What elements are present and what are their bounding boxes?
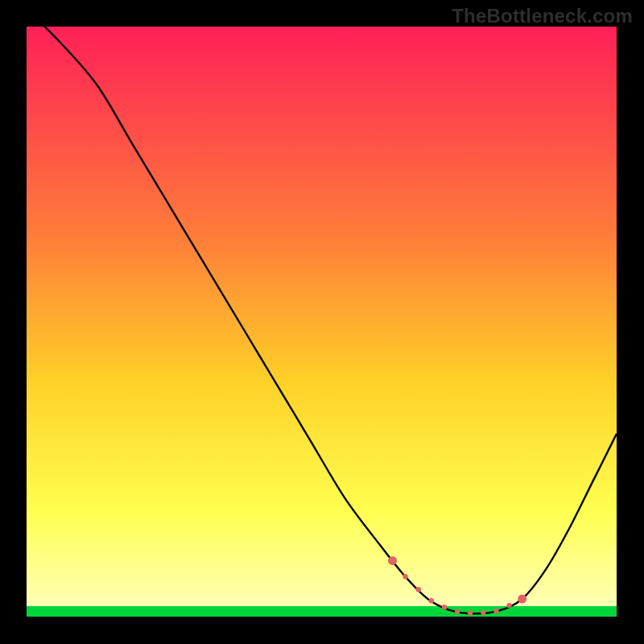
optimal-marker-dot <box>455 609 460 613</box>
optimal-marker-dot <box>506 603 511 608</box>
optimal-marker-dot <box>388 556 397 565</box>
optimal-marker-dot <box>493 609 498 613</box>
optimal-marker-dot <box>416 587 421 592</box>
optimal-marker-dot <box>468 610 473 615</box>
optimal-marker-dot <box>429 598 434 603</box>
chart-frame: TheBottleneck.com <box>0 0 644 644</box>
heat-gradient-chart <box>27 27 617 617</box>
baseline-band <box>27 606 617 617</box>
optimal-marker-dot <box>518 595 526 604</box>
optimal-marker-dot <box>481 610 485 615</box>
optimal-marker-dot <box>402 574 407 579</box>
watermark-text: TheBottleneck.com <box>452 5 633 27</box>
optimal-marker-dot <box>442 605 447 609</box>
plot-area <box>27 27 617 617</box>
